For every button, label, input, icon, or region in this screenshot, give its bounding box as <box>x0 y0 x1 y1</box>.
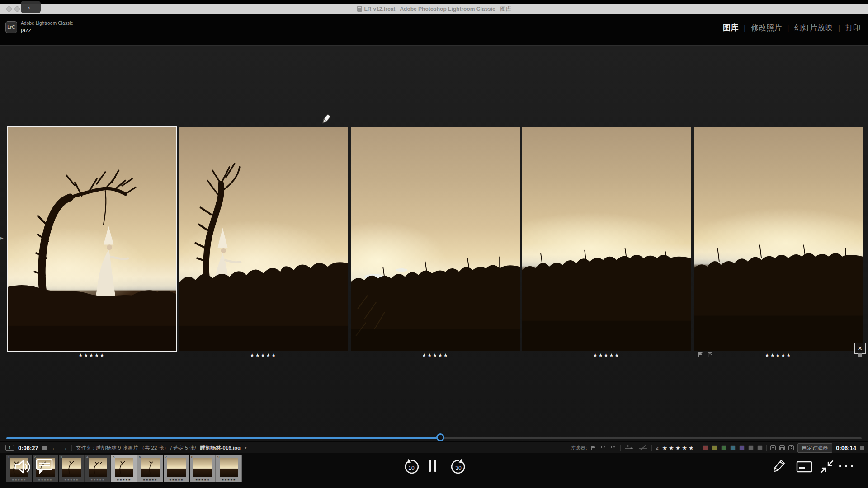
picture-in-picture-icon[interactable] <box>796 460 813 473</box>
photo-3-rating[interactable]: ★★★★★ <box>351 352 520 359</box>
filter-reject-flag-icon[interactable] <box>610 445 617 450</box>
forward-30-icon[interactable]: 30 <box>450 459 467 476</box>
color-label-blue[interactable] <box>730 445 736 450</box>
filter-unflagged-icon[interactable] <box>600 445 607 450</box>
filmstrip-item-8[interactable]: 8★★★★★ <box>190 455 216 482</box>
filter-rating-stars[interactable]: ★★★★★ <box>662 445 695 451</box>
cell-rating[interactable]: ★★★★★ <box>190 478 215 481</box>
cell-rating[interactable]: ★★★★★ <box>216 478 241 481</box>
thumbnail <box>62 458 81 477</box>
custom-filter-dropdown[interactable]: 自定过滤器 <box>797 443 833 453</box>
edit-filter-off-icon[interactable] <box>638 445 648 451</box>
lightroom-header: LrC Adobe Lightroom Classic jazz 图库 | 修改… <box>0 14 868 45</box>
monitor-1-badge[interactable]: 1 <box>5 445 14 451</box>
survey-photo-2[interactable] <box>179 127 348 351</box>
copy-status-virtual-icon[interactable] <box>779 445 785 450</box>
rewind-10-icon[interactable]: 10 <box>403 459 420 476</box>
survey-photo-1[interactable] <box>8 127 176 351</box>
survey-photo-4[interactable] <box>522 127 691 351</box>
module-picker: 图库 | 修改照片 | 幻灯片放映 | 打印 <box>723 23 861 33</box>
copy-status-video-icon[interactable] <box>788 445 794 450</box>
module-develop[interactable]: 修改照片 <box>751 23 782 33</box>
color-label-green[interactable] <box>721 445 726 450</box>
deselect-photo-button[interactable]: ✕ <box>854 343 866 354</box>
cell-rating[interactable]: ★★★★★ <box>111 478 137 481</box>
nav-forward-icon[interactable]: → <box>61 445 67 451</box>
module-separator: | <box>744 24 745 32</box>
filter-statusbar: 1 0:06:27 ← → 文件夹 : 睡胡杨林 9 张照片 （共 22 张） … <box>0 441 868 453</box>
reject-flag-icon[interactable] <box>707 352 713 358</box>
thumbnail-badge <box>858 353 862 357</box>
photo-1-rating[interactable]: ★★★★★ <box>8 352 176 359</box>
more-options-icon[interactable] <box>839 465 853 467</box>
cell-number: 9 <box>217 455 219 459</box>
window-title: LR-v12.lrcat - Adobe Photoshop Lightroom… <box>0 5 868 13</box>
annotate-pencil-icon[interactable] <box>771 459 786 474</box>
shrink-player-icon[interactable] <box>819 459 835 474</box>
source-breadcrumb[interactable]: 文件夹 : 睡胡杨林 9 张照片 （共 22 张） / 选定 5 张/ <box>76 445 196 451</box>
grid-view-icon[interactable] <box>42 446 47 450</box>
filmstrip-item-3[interactable]: 3★★★★★ <box>59 455 85 482</box>
filmstrip-item-7[interactable]: 7★★★★★ <box>164 455 189 482</box>
photo-art <box>179 127 348 351</box>
statusbar-right: 过滤器: ≥ ★★★★★ 自定过滤器 0:06:14 <box>570 442 864 454</box>
chevron-down-icon[interactable]: ▾ <box>245 446 247 450</box>
cell-number: 5 <box>113 455 114 459</box>
player-back-button[interactable]: ← <box>21 1 41 13</box>
color-label-gray-1[interactable] <box>748 445 754 450</box>
show-left-panel-arrow-icon[interactable]: ▸ <box>0 235 4 241</box>
pause-button[interactable] <box>429 460 437 472</box>
nav-back-icon[interactable]: ← <box>52 445 57 451</box>
volume-icon[interactable] <box>13 458 33 476</box>
filmstrip-item-4[interactable]: 4★★★★★ <box>85 455 111 482</box>
back-arrow-icon: ← <box>27 2 35 11</box>
statusbar-left: 1 0:06:27 ← → 文件夹 : 睡胡杨林 9 张照片 （共 22 张） … <box>5 442 247 454</box>
filmstrip-item-5[interactable]: 5★★★★★ <box>111 455 137 482</box>
photo-5-rating[interactable]: ★★★★★ <box>694 352 863 359</box>
cell-number: 8 <box>191 455 193 459</box>
module-library[interactable]: 图库 <box>723 23 738 33</box>
photo-art <box>522 127 691 351</box>
rating-operator[interactable]: ≥ <box>656 445 658 450</box>
cell-rating[interactable]: ★★★★★ <box>137 478 163 481</box>
color-label-yellow[interactable] <box>712 445 717 450</box>
cell-number: 6 <box>139 455 141 459</box>
subtitle-icon[interactable] <box>34 457 54 476</box>
color-label-purple[interactable] <box>739 445 745 450</box>
thumbnail <box>115 458 133 477</box>
player-remaining-time: 0:06:14 <box>836 445 856 451</box>
divider <box>699 445 699 451</box>
color-label-red[interactable] <box>703 445 708 450</box>
document-icon <box>357 6 362 12</box>
color-label-gray-2[interactable] <box>757 445 763 450</box>
player-elapsed-time: 0:06:27 <box>18 445 38 451</box>
cell-rating[interactable]: ★★★★★ <box>59 478 84 481</box>
cell-rating[interactable]: ★★★★★ <box>6 478 32 481</box>
copy-status-master-icon[interactable] <box>770 445 776 450</box>
cell-rating[interactable]: ★★★★★ <box>33 478 58 481</box>
photo-2-rating[interactable]: ★★★★★ <box>179 352 348 359</box>
module-print[interactable]: 打印 <box>845 23 861 33</box>
photo-art <box>8 127 176 351</box>
survey-photo-5[interactable] <box>694 127 863 351</box>
cell-rating[interactable]: ★★★★★ <box>85 478 110 481</box>
module-slideshow[interactable]: 幻灯片放映 <box>794 23 833 33</box>
edit-filter-icon[interactable] <box>624 445 634 451</box>
cell-number: 4 <box>86 455 88 459</box>
identity-plate: jazz <box>21 27 31 33</box>
survey-photo-3[interactable] <box>351 127 520 351</box>
filmstrip-item-9[interactable]: 9★★★★★ <box>216 455 242 482</box>
survey-view: ▸ <box>0 45 868 441</box>
cell-number: 3 <box>60 455 62 459</box>
filter-pick-flag-icon[interactable] <box>590 445 597 450</box>
photo-4-rating[interactable]: ★★★★★ <box>522 352 691 359</box>
thumbnail <box>220 458 238 477</box>
thumbnail <box>193 458 212 477</box>
scrubber-handle[interactable] <box>436 433 444 441</box>
module-separator: | <box>787 24 789 32</box>
pick-flag-icon[interactable] <box>698 352 703 358</box>
filmstrip-item-6[interactable]: 6★★★★★ <box>137 455 163 482</box>
current-filename[interactable]: 睡胡杨林-016.jpg <box>200 445 241 451</box>
cell-rating[interactable]: ★★★★★ <box>164 478 189 481</box>
thumbnail <box>167 458 186 477</box>
